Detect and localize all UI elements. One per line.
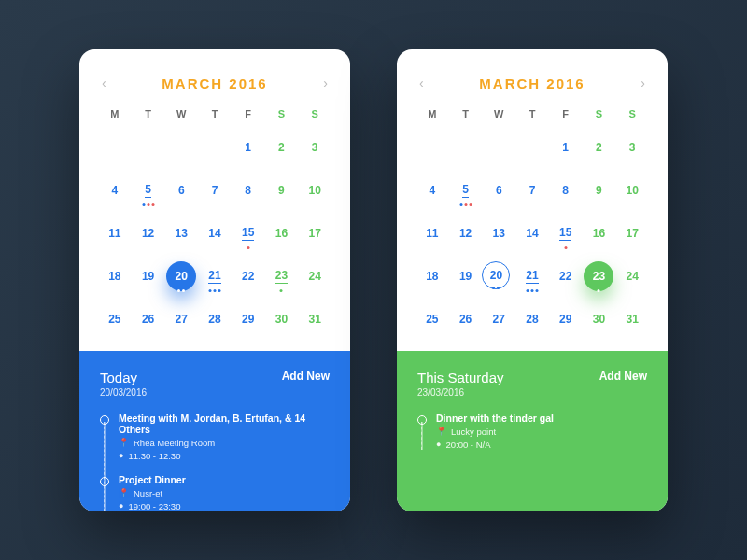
event-item[interactable]: Project Dinner📍Nusr-et●19:00 - 23:30 [100, 474, 330, 511]
dow-label: F [232, 108, 265, 119]
day-cell[interactable]: 4 [416, 175, 449, 205]
day-cell[interactable]: 2 [583, 133, 616, 162]
day-cell[interactable]: 27 [482, 304, 515, 334]
day-label: Today [100, 370, 147, 385]
dow-label: M [98, 108, 132, 119]
month-label: MARCH 2016 [162, 76, 267, 91]
day-cell[interactable]: 5 [132, 175, 165, 205]
day-cell[interactable]: 18 [98, 261, 132, 291]
day-cell[interactable]: 10 [615, 175, 649, 205]
day-cell[interactable]: 24 [615, 261, 649, 291]
day-cell[interactable]: 9 [583, 175, 616, 205]
day-cell[interactable]: 12 [449, 218, 483, 248]
day-cell[interactable]: 19 [132, 261, 165, 291]
day-label: This Saturday [417, 370, 504, 385]
chevron-left-icon[interactable]: ‹ [419, 76, 424, 91]
event-time: ●19:00 - 23:30 [119, 501, 330, 511]
day-cell[interactable]: 30 [265, 304, 299, 334]
pin-icon: 📍 [119, 488, 129, 497]
chevron-right-icon[interactable]: › [641, 76, 645, 91]
day-cell[interactable]: 18 [416, 261, 449, 291]
day-cell[interactable]: 11 [98, 218, 132, 248]
day-cell[interactable]: 25 [416, 304, 449, 334]
day-cell[interactable]: 17 [298, 218, 331, 248]
dow-label: S [583, 108, 616, 119]
dow-label: W [482, 108, 515, 119]
day-cell[interactable]: 6 [482, 175, 515, 205]
events-list: Dinner with the tinder gal📍Lucky point●2… [417, 413, 647, 450]
calendar-header: ‹ MARCH 2016 › [397, 49, 668, 108]
chevron-right-icon[interactable]: › [323, 76, 328, 91]
month-label: MARCH 2016 [479, 76, 585, 91]
clock-icon: ● [436, 440, 441, 449]
day-cell[interactable]: 8 [232, 175, 265, 205]
day-cell[interactable]: 15 [549, 218, 583, 248]
day-cell[interactable]: 16 [265, 218, 299, 248]
day-cell[interactable]: 26 [132, 304, 165, 334]
clock-icon: ● [119, 451, 123, 460]
day-cell[interactable]: 20 [166, 261, 196, 291]
day-cell[interactable]: 28 [198, 304, 232, 334]
event-title: Meeting with M. Jordan, B. Ertufan, & 14… [119, 413, 330, 435]
dow-label: F [549, 108, 583, 119]
dow-label: S [265, 108, 299, 119]
day-cell[interactable]: 1 [549, 133, 583, 162]
day-cell[interactable]: 4 [98, 175, 132, 205]
day-cell[interactable]: 29 [232, 304, 265, 334]
day-cell[interactable]: 29 [549, 304, 583, 334]
day-cell[interactable]: 14 [515, 218, 549, 248]
day-cell[interactable]: 9 [265, 175, 299, 205]
calendar-card-green: ‹ MARCH 2016 › MTWTFSS123456789101112131… [397, 49, 668, 511]
day-cell[interactable]: 27 [164, 304, 198, 334]
add-new-button[interactable]: Add New [282, 370, 330, 383]
day-cell[interactable]: 20 [482, 261, 510, 289]
day-cell[interactable]: 14 [198, 218, 232, 248]
day-cell [164, 133, 198, 162]
event-item[interactable]: Meeting with M. Jordan, B. Ertufan, & 14… [100, 413, 330, 461]
day-cell[interactable]: 22 [232, 261, 265, 291]
event-title: Project Dinner [119, 474, 330, 485]
day-cell[interactable]: 26 [449, 304, 483, 334]
day-cell[interactable]: 17 [615, 218, 649, 248]
day-cell[interactable]: 16 [583, 218, 616, 248]
day-cell[interactable]: 15 [232, 218, 265, 248]
day-cell[interactable]: 24 [298, 261, 331, 291]
add-new-button[interactable]: Add New [599, 370, 647, 383]
pin-icon: 📍 [436, 427, 446, 436]
day-cell[interactable]: 25 [98, 304, 132, 334]
day-cell[interactable]: 31 [615, 304, 649, 334]
day-cell[interactable]: 10 [298, 175, 331, 205]
day-cell[interactable]: 22 [549, 261, 583, 291]
day-cell[interactable]: 30 [583, 304, 616, 334]
day-cell[interactable]: 2 [265, 133, 299, 162]
day-cell[interactable]: 1 [232, 133, 265, 162]
day-cell[interactable]: 21 [198, 261, 232, 291]
day-cell[interactable]: 19 [449, 261, 483, 291]
date-sub: 20/03/2016 [100, 387, 147, 398]
day-cell[interactable]: 21 [515, 261, 549, 291]
day-cell[interactable]: 5 [449, 175, 483, 205]
day-cell [482, 133, 515, 162]
day-cell[interactable]: 11 [416, 218, 449, 248]
day-cell[interactable]: 7 [515, 175, 549, 205]
day-cell [449, 133, 483, 162]
calendar-grid: MTWTFSS123456789101112131415161718192021… [79, 108, 350, 334]
day-cell[interactable]: 13 [482, 218, 515, 248]
event-item[interactable]: Dinner with the tinder gal📍Lucky point●2… [417, 413, 647, 450]
chevron-left-icon[interactable]: ‹ [102, 76, 106, 91]
day-cell[interactable]: 3 [615, 133, 649, 162]
day-cell[interactable]: 3 [298, 133, 331, 162]
day-cell[interactable]: 8 [549, 175, 583, 205]
day-cell[interactable]: 7 [198, 175, 232, 205]
day-cell [515, 133, 549, 162]
day-cell[interactable]: 12 [132, 218, 165, 248]
day-cell[interactable]: 13 [164, 218, 198, 248]
day-cell[interactable]: 23 [265, 261, 299, 291]
event-location: 📍Rhea Meeting Room [119, 438, 330, 448]
dow-label: T [198, 108, 232, 119]
day-cell[interactable]: 6 [164, 175, 198, 205]
day-cell[interactable]: 23 [584, 261, 613, 291]
day-cell[interactable]: 28 [515, 304, 549, 334]
calendar-grid: MTWTFSS123456789101112131415161718192021… [397, 108, 668, 334]
day-cell[interactable]: 31 [298, 304, 331, 334]
